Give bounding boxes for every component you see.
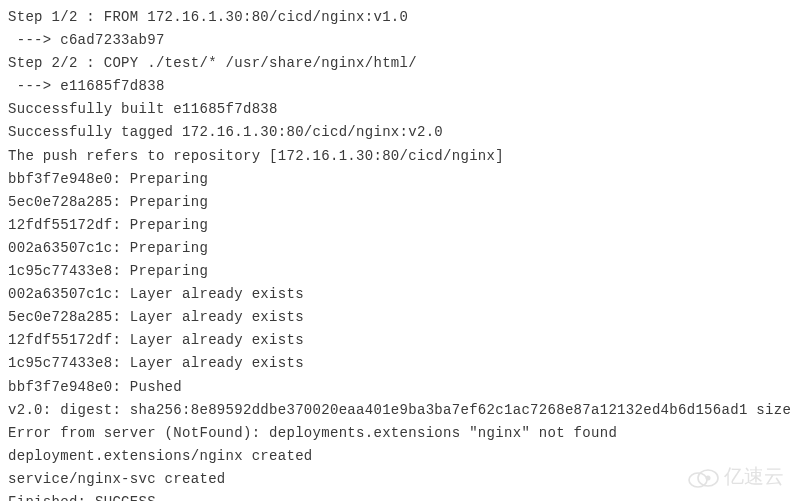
log-line: ---> e11685f7d838 [8, 75, 786, 98]
log-line: The push refers to repository [172.16.1.… [8, 145, 786, 168]
log-line: Finished: SUCCESS [8, 491, 786, 501]
log-line: 1c95c77433e8: Layer already exists [8, 352, 786, 375]
cloud-icon [686, 466, 720, 488]
log-line: 002a63507c1c: Preparing [8, 237, 786, 260]
log-line: 5ec0e728a285: Preparing [8, 191, 786, 214]
log-line: service/nginx-svc created [8, 468, 786, 491]
log-line: Successfully tagged 172.16.1.30:80/cicd/… [8, 121, 786, 144]
log-line: deployment.extensions/nginx created [8, 445, 786, 468]
svg-point-2 [706, 475, 711, 480]
log-line: Error from server (NotFound): deployment… [8, 422, 786, 445]
log-line: 1c95c77433e8: Preparing [8, 260, 786, 283]
log-line: ---> c6ad7233ab97 [8, 29, 786, 52]
console-output: Step 1/2 : FROM 172.16.1.30:80/cicd/ngin… [8, 6, 786, 501]
log-line: 5ec0e728a285: Layer already exists [8, 306, 786, 329]
log-line: 002a63507c1c: Layer already exists [8, 283, 786, 306]
watermark-text: 亿速云 [724, 460, 784, 493]
log-line: Step 1/2 : FROM 172.16.1.30:80/cicd/ngin… [8, 6, 786, 29]
log-line: 12fdf55172df: Layer already exists [8, 329, 786, 352]
watermark: 亿速云 [686, 460, 784, 493]
log-line: bbf3f7e948e0: Pushed [8, 376, 786, 399]
log-line: Successfully built e11685f7d838 [8, 98, 786, 121]
log-line: bbf3f7e948e0: Preparing [8, 168, 786, 191]
log-line: Step 2/2 : COPY ./test/* /usr/share/ngin… [8, 52, 786, 75]
log-line: v2.0: digest: sha256:8e89592ddbe370020ea… [8, 399, 786, 422]
log-line: 12fdf55172df: Preparing [8, 214, 786, 237]
